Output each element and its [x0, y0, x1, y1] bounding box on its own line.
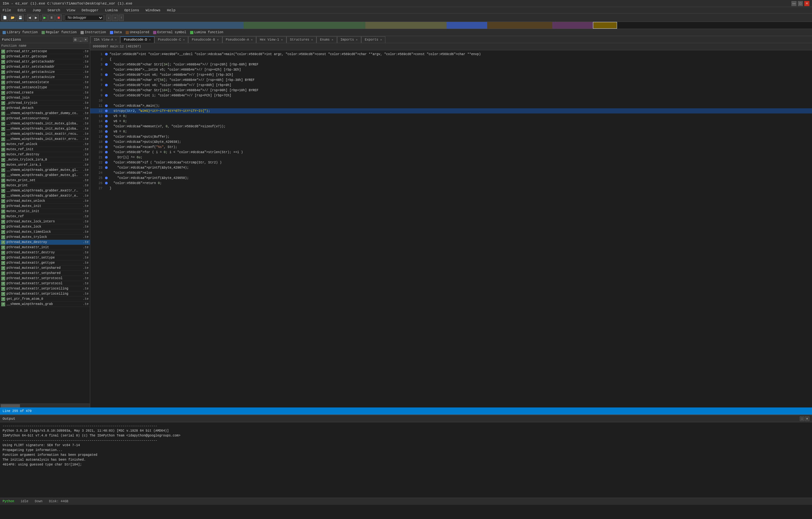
function-list-item[interactable]: fpthread_attr_getscope.te [0, 54, 90, 59]
step-out-button[interactable]: ↑ [119, 15, 124, 21]
tab-close-button[interactable]: ✕ [356, 38, 358, 42]
function-list-item[interactable]: fpthread_setconcurrency.te [0, 116, 90, 121]
menu-item-options[interactable]: Options [123, 8, 141, 13]
code-line[interactable]: 10 [90, 98, 812, 103]
back-button[interactable]: ◀ [27, 15, 33, 21]
open-button[interactable]: 📂 [9, 15, 16, 21]
tab-exports[interactable]: Exports✕ [361, 36, 385, 43]
panel-collapse-button[interactable]: _ [78, 37, 83, 42]
functions-list[interactable]: fpthread_attr_setscope.tefpthread_attr_g… [0, 49, 90, 404]
function-list-item[interactable]: fpthread_mutexattr_setprioceiling.te [0, 286, 90, 292]
function-list-item[interactable]: fpthread_mutexattr_setpshared.te [0, 271, 90, 276]
tab-close-button[interactable]: ✕ [380, 38, 382, 42]
tab-close-button[interactable]: ✕ [149, 38, 150, 42]
function-list-item[interactable]: f__shmem_winpthreads_grab.te [0, 302, 90, 307]
output-content[interactable]: ----------------------------------------… [0, 422, 812, 498]
code-line[interactable]: 23 "color:#dcdcaa">printf(&byte_429074); [90, 165, 812, 170]
function-list-item[interactable]: fmutex_ref.te [0, 214, 90, 219]
function-list-item[interactable]: f__shmem_winpthreads_init_mxattr_recursi… [0, 132, 90, 137]
function-list-item[interactable]: f_mutex_trylock_isra_0.te [0, 157, 90, 162]
save-button[interactable]: 💾 [17, 15, 24, 21]
function-list-item[interactable]: fpthread_mutex_lock.te [0, 224, 90, 229]
function-list-item[interactable]: fmutex_print.te [0, 183, 90, 188]
code-line[interactable]: 20 "color:#569cd6">for ( i = 0; i < "col… [90, 149, 812, 155]
menu-item-file[interactable]: File [1, 8, 12, 13]
tab-close-button[interactable]: ✕ [251, 38, 253, 42]
function-list-item[interactable]: fpthread_mutex_unlock.te [0, 198, 90, 204]
menu-item-lumina[interactable]: Lumina [104, 8, 119, 13]
output-close-button[interactable]: ✕ [805, 416, 809, 421]
function-list-item[interactable]: fpthread_attr_setstacksize.te [0, 75, 90, 80]
function-list-item[interactable]: fpthread_attr_getstacksize.te [0, 70, 90, 75]
function-list-item[interactable]: f__shmem_winpthreads_init_mutex_global_s… [0, 121, 90, 126]
function-list-item[interactable]: f__shmem_winpthreads_grabber_mutex_globa… [0, 173, 90, 178]
function-list-item[interactable]: fpthread_detach.te [0, 106, 90, 111]
function-list-item[interactable]: fpthread_mutexattr_setprioceiling.te [0, 292, 90, 297]
function-list-item[interactable]: fpthread_join.te [0, 95, 90, 101]
function-list-item[interactable]: fpthread_mutexattr_init.te [0, 245, 90, 250]
function-list-item[interactable]: fpthread_attr_setscope.te [0, 49, 90, 54]
function-list-item[interactable]: fmutex_unref_isra_1.te [0, 162, 90, 168]
menu-item-help[interactable]: Help [166, 8, 177, 13]
function-list-item[interactable]: fpthread_mutex_lock_intern.te [0, 219, 90, 224]
function-list-item[interactable]: fmutex_ref_init.te [0, 147, 90, 152]
tab-pseudocode-d[interactable]: Pseudocode-D✕ [120, 36, 154, 43]
run-button[interactable]: ▶ [42, 15, 48, 21]
code-line[interactable]: 4 "color:#4ec9b0">__int16 v5; "color:#60… [90, 67, 812, 72]
forward-button[interactable]: ▶ [33, 15, 39, 21]
function-list-item[interactable]: f__shmem_winpthreads_grabber_mutex_globa… [0, 168, 90, 173]
function-list-item[interactable]: fpthread_attr_getstackaddr.te [0, 59, 90, 64]
new-button[interactable]: 📄 [1, 15, 8, 21]
function-list-item[interactable]: f__shmem_winpthreads_init_mutex_global_s… [0, 126, 90, 132]
function-list-item[interactable]: fpthread_setcanceltype.te [0, 85, 90, 90]
code-line[interactable]: 9 "color:#569cd6">int i; "color:#608b4e"… [90, 93, 812, 98]
tab-close-button[interactable]: ✕ [183, 38, 185, 42]
horizontal-scrollbar[interactable] [0, 404, 90, 407]
tab-close-button[interactable]: ✕ [281, 38, 283, 42]
code-line[interactable]: 1"color:#569cd6">int "color:#4ec9b0">__c… [90, 52, 812, 57]
tab-close-button[interactable]: ✕ [311, 38, 313, 42]
code-line[interactable]: 17 "color:#dcdcaa">puts(Buffer); [90, 134, 812, 139]
code-line[interactable]: 8 "color:#569cd6">char Str[104]; "color:… [90, 88, 812, 93]
menu-item-jump[interactable]: Jump [31, 8, 42, 13]
tab-ida-view-a[interactable]: IDA View-A✕ [90, 36, 120, 43]
code-line[interactable]: 6 "color:#569cd6">char v7[56]; "color:#6… [90, 77, 812, 83]
code-line[interactable]: 15 "color:#dcdcaa">memset(v7, 0, "color:… [90, 124, 812, 129]
function-list-item[interactable]: fmutex_static_init.te [0, 209, 90, 214]
function-list-item[interactable]: fpthread_mutex_trylock.te [0, 235, 90, 240]
code-line[interactable]: 27} [90, 186, 812, 191]
step-into-button[interactable]: ↓ [106, 15, 111, 21]
tab-close-button[interactable]: ✕ [115, 38, 117, 42]
debugger-select[interactable]: No debugger [65, 15, 104, 21]
step-over-button[interactable]: → [112, 15, 118, 21]
tab-imports[interactable]: Imports✕ [337, 36, 361, 43]
tab-close-button[interactable]: ✕ [331, 38, 333, 42]
close-button[interactable]: ✕ [804, 1, 809, 6]
tab-structures[interactable]: Structures✕ [286, 36, 316, 43]
function-list-item[interactable]: fpthread_mutexattr_setprotocol.te [0, 276, 90, 281]
tab-pseudocode-a[interactable]: Pseudocode-A✕ [222, 36, 256, 43]
code-line[interactable]: 26 "color:#569cd6">return 0; [90, 181, 812, 186]
code-line[interactable]: 22 "color:#569cd6">if ( "color:#dcdcaa">… [90, 160, 812, 165]
pause-button[interactable]: ⏸ [48, 15, 55, 21]
code-line[interactable]: 14 v6 = 0; [90, 119, 812, 124]
panel-close-button[interactable]: ✕ [83, 37, 88, 42]
tab-pseudocode-c[interactable]: Pseudocode-C✕ [154, 36, 188, 43]
function-list-item[interactable]: fpthread_mutexattr_destroy.te [0, 250, 90, 255]
function-list-item[interactable]: fpthread_setcancelstate.te [0, 80, 90, 85]
code-line[interactable]: 24 "color:#569cd6">else [90, 170, 812, 175]
menu-item-view[interactable]: View [65, 8, 76, 13]
code-line[interactable]: 19 "color:#dcdcaa">scanf("%s", Str); [90, 144, 812, 149]
code-line[interactable]: 12 strcpy(Str2, "WJHS}^itY~iTY~6tY^6TY~i… [90, 108, 812, 113]
function-list-item[interactable]: f__shmem_winpthreads_grabber_mxattr_erro… [0, 193, 90, 198]
function-list-item[interactable]: fpthread_attr_setstackaddr.te [0, 64, 90, 70]
code-line[interactable]: 13 v5 = 0; [90, 113, 812, 119]
menu-item-debugger[interactable]: Debugger [80, 8, 100, 13]
function-list-item[interactable]: f__shmem_winpthreads_grabber_dummy_concu… [0, 111, 90, 116]
tab-hex-view-1[interactable]: Hex View-1✕ [256, 36, 286, 43]
code-line[interactable]: 21 Str[i] ^= 6u; [90, 155, 812, 160]
function-list-item[interactable]: fmutex_ref_destroy.te [0, 152, 90, 157]
menu-item-search[interactable]: Search [46, 8, 62, 13]
minimize-button[interactable]: — [791, 1, 796, 6]
code-content[interactable]: 1"color:#569cd6">int "color:#4ec9b0">__c… [90, 50, 812, 407]
